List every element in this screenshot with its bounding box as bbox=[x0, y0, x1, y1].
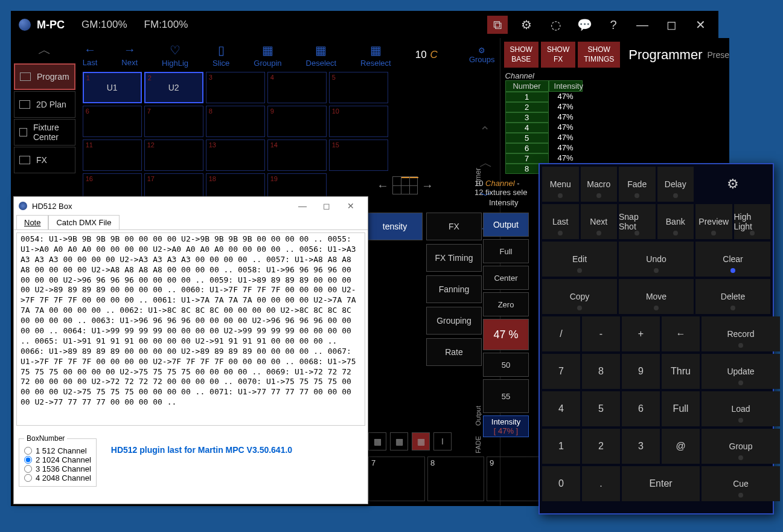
channel-row[interactable]: 547% bbox=[505, 133, 725, 143]
fixture-cell-9[interactable]: 9 bbox=[267, 106, 327, 137]
val-55[interactable]: 55 bbox=[483, 379, 529, 413]
kp-+[interactable]: + bbox=[622, 316, 660, 351]
kp-menu[interactable]: Menu bbox=[542, 167, 579, 202]
grid-preview-icon[interactable] bbox=[392, 176, 418, 194]
kp-move[interactable]: Move bbox=[619, 279, 694, 314]
fx-button[interactable]: FX bbox=[426, 213, 482, 240]
fanning-button[interactable]: Fanning bbox=[426, 275, 482, 303]
intensity-button[interactable]: tensity bbox=[367, 213, 423, 240]
nav-item-fx[interactable]: FX bbox=[14, 147, 75, 173]
kp-←[interactable]: ← bbox=[662, 316, 700, 351]
channel-row[interactable]: 147% bbox=[505, 92, 725, 102]
kp-8[interactable]: 8 bbox=[582, 354, 620, 389]
help-icon[interactable]: ? bbox=[603, 16, 624, 34]
rate-button[interactable]: Rate bbox=[426, 338, 482, 366]
kp-preview[interactable]: Preview bbox=[695, 204, 732, 239]
kp-delay[interactable]: Delay bbox=[657, 167, 694, 202]
grid-view2-icon[interactable]: ▦ bbox=[390, 432, 408, 450]
maximize-icon[interactable]: ◻ bbox=[661, 16, 682, 34]
kp-load[interactable]: Load bbox=[702, 391, 780, 426]
kp-2[interactable]: 2 bbox=[582, 429, 620, 464]
kp-.[interactable]: . bbox=[582, 466, 620, 501]
next-button[interactable]: →Next bbox=[121, 43, 138, 67]
kp-snap-shot[interactable]: Snap Shot bbox=[619, 204, 656, 239]
box-option-3[interactable]: 3 1536 Channel bbox=[24, 464, 91, 473]
nav-item-program[interactable]: Program bbox=[14, 63, 75, 90]
minimize-icon[interactable]: — bbox=[632, 16, 653, 34]
tab-catch-dmx[interactable]: Catch DMX File bbox=[48, 215, 119, 229]
box-option-2[interactable]: 2 1024 Channel bbox=[24, 455, 91, 464]
arrow-up-icon[interactable]: ⌃ bbox=[479, 124, 493, 139]
kp-macro[interactable]: Macro bbox=[581, 167, 618, 202]
full-button[interactable]: Full bbox=[483, 239, 529, 263]
kp-bank[interactable]: Bank bbox=[657, 204, 694, 239]
kp-fade[interactable]: Fade bbox=[619, 167, 656, 202]
kp-3[interactable]: 3 bbox=[622, 429, 660, 464]
nav-item-fixture-center[interactable]: Fixture Center bbox=[14, 119, 75, 146]
sliders-icon[interactable]: ⚙ bbox=[516, 16, 537, 34]
kp-edit[interactable]: Edit bbox=[542, 242, 617, 277]
kp-delete[interactable]: Delete bbox=[695, 279, 770, 314]
highlight-button[interactable]: ♡HighLig bbox=[162, 43, 188, 68]
kp-update[interactable]: Update bbox=[702, 354, 780, 389]
windows-icon[interactable]: ⧉ bbox=[487, 16, 508, 34]
show-fx-button[interactable]: SHOW FX bbox=[541, 42, 575, 68]
last-button[interactable]: ←Last bbox=[83, 43, 98, 67]
kp-clear[interactable]: Clear bbox=[695, 242, 770, 277]
kp-6[interactable]: 6 bbox=[622, 391, 660, 426]
show-timings-button[interactable]: SHOW TIMINGS bbox=[578, 42, 620, 68]
fixture-cell-11[interactable]: 11 bbox=[83, 139, 142, 171]
kp-next[interactable]: Next bbox=[581, 204, 618, 239]
kp-undo[interactable]: Undo bbox=[619, 242, 694, 277]
channel-row[interactable]: 647% bbox=[505, 143, 725, 153]
val-50[interactable]: 50 bbox=[483, 353, 529, 377]
close-icon[interactable]: ✕ bbox=[690, 16, 711, 34]
tab-note[interactable]: Note bbox=[16, 215, 48, 229]
kp-gear-icon[interactable]: ⚙ bbox=[695, 167, 770, 202]
reselect-button[interactable]: ▦Reselect bbox=[360, 43, 391, 68]
kp-4[interactable]: 4 bbox=[542, 391, 580, 426]
nav-left-icon[interactable]: ← bbox=[377, 179, 389, 193]
kp--[interactable]: - bbox=[582, 316, 620, 351]
kp-copy[interactable]: Copy bbox=[542, 279, 617, 314]
grid-view-icon[interactable]: ▦ bbox=[368, 432, 386, 450]
fixture-cell-13[interactable]: 13 bbox=[206, 139, 265, 171]
fixture-cell-3[interactable]: 3 bbox=[206, 72, 265, 103]
deselect-button[interactable]: ▦Deselect bbox=[306, 43, 337, 68]
kp-full[interactable]: Full bbox=[662, 391, 700, 426]
grid-view3-icon[interactable]: ▦ bbox=[412, 432, 430, 450]
kp-@[interactable]: @ bbox=[662, 429, 700, 464]
hd512-maximize[interactable]: ◻ bbox=[315, 201, 339, 211]
output-header[interactable]: Output bbox=[483, 213, 529, 237]
percent-display[interactable]: 47 % bbox=[483, 319, 529, 350]
fixture-cell-6[interactable]: 6 bbox=[83, 106, 142, 137]
kp-5[interactable]: 5 bbox=[582, 391, 620, 426]
kp-9[interactable]: 9 bbox=[622, 354, 660, 389]
channel-row[interactable]: 747% bbox=[505, 153, 725, 164]
box-option-1[interactable]: 1 512 Channel bbox=[24, 446, 91, 455]
channel-row[interactable]: 347% bbox=[505, 112, 725, 123]
chevron-up-icon[interactable]: ︿ bbox=[11, 38, 78, 62]
bottom-cell-9[interactable]: 9 bbox=[487, 457, 543, 501]
center-button[interactable]: Center bbox=[483, 266, 529, 290]
chat-icon[interactable]: 💬 bbox=[574, 16, 595, 34]
fixture-cell-10[interactable]: 10 bbox=[329, 106, 388, 137]
kp-group[interactable]: Group bbox=[702, 429, 780, 464]
hd512-close[interactable]: ✕ bbox=[339, 201, 363, 211]
fixture-cell-12[interactable]: 12 bbox=[144, 139, 203, 171]
fixture-cell-15[interactable]: 15 bbox=[329, 139, 388, 171]
bottom-cell-7[interactable]: 7 bbox=[368, 457, 425, 501]
kp-1[interactable]: 1 bbox=[542, 429, 580, 464]
fixture-cell-14[interactable]: 14 bbox=[267, 139, 327, 171]
fixture-cell-2[interactable]: 2U2 bbox=[144, 72, 203, 103]
loading-icon[interactable]: ◌ bbox=[545, 16, 566, 34]
channel-row[interactable]: 247% bbox=[505, 102, 725, 112]
kp-thru[interactable]: Thru bbox=[662, 354, 700, 389]
kp-/[interactable]: / bbox=[542, 316, 580, 351]
kp-0[interactable]: 0 bbox=[542, 466, 580, 501]
bottom-cell-8[interactable]: 8 bbox=[427, 457, 484, 501]
nav-right-icon[interactable]: → bbox=[421, 179, 433, 193]
fixture-cell-4[interactable]: 4 bbox=[267, 72, 327, 103]
kp-cue[interactable]: Cue bbox=[702, 466, 780, 501]
fixture-cell-1[interactable]: 1U1 bbox=[83, 72, 142, 103]
